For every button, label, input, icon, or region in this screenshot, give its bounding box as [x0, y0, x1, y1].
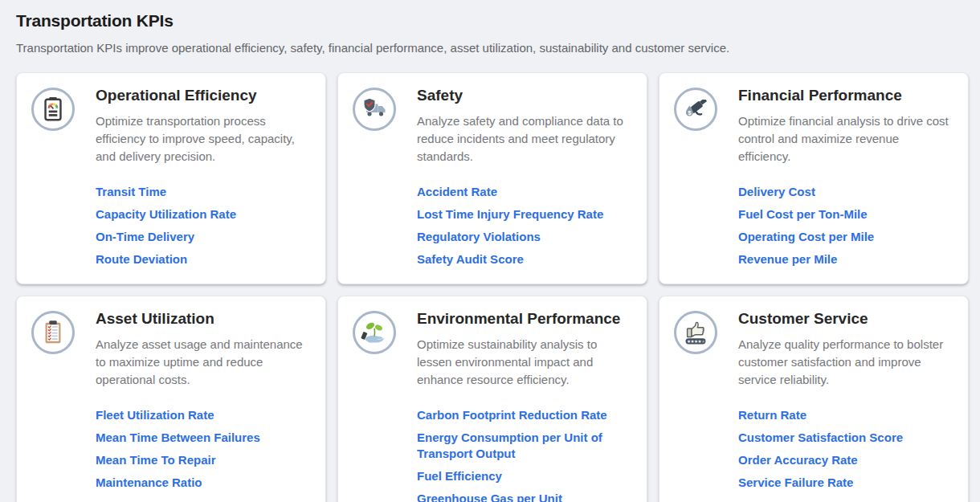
kpi-card: Safety Analyze safety and compliance dat…	[337, 72, 647, 284]
card-body: Asset Utilization Analyze asset usage an…	[96, 309, 309, 491]
svg-text:$: $	[688, 109, 692, 116]
kpi-link[interactable]: Transit Time	[96, 184, 309, 200]
card-description: Optimize financial analysis to drive cos…	[738, 112, 952, 165]
card-description: Optimize transportation process efficien…	[96, 112, 309, 165]
card-description: Analyze asset usage and maintenance to m…	[96, 336, 309, 389]
card-description: Optimize sustainability analysis to less…	[417, 336, 631, 389]
kpi-link[interactable]: Carbon Footprint Reduction Rate	[417, 407, 631, 423]
transportation-kpis-page: Transportation KPIs Transportation KPIs …	[0, 0, 980, 502]
kpi-card: ★ ★ ★ ★ ★ Customer Service Analyze quali…	[659, 296, 969, 502]
card-title: Environmental Performance	[417, 309, 631, 329]
kpi-link[interactable]: Greenhouse Gas per Unit	[417, 491, 631, 502]
shield-truck-icon	[360, 95, 389, 124]
card-body: Financial Performance Optimize financial…	[738, 86, 952, 267]
card-icon-circle: $	[674, 88, 717, 131]
svg-text:★: ★	[701, 339, 705, 344]
card-description: Analyze safety and compliance data to re…	[417, 112, 631, 165]
kpi-link[interactable]: Delivery Cost	[738, 184, 952, 200]
kpi-link[interactable]: Order Accuracy Rate	[738, 452, 952, 468]
page-title: Transportation KPIs	[16, 11, 969, 31]
kpi-link[interactable]: Mean Time Between Failures	[96, 430, 309, 446]
kpi-card: Asset Utilization Analyze asset usage an…	[16, 296, 326, 502]
kpi-link[interactable]: Return Rate	[738, 407, 952, 423]
kpi-link[interactable]: On-Time Delivery	[96, 229, 309, 245]
card-title: Operational Efficiency	[96, 86, 309, 105]
card-body: Environmental Performance Optimize susta…	[417, 309, 631, 502]
kpi-card: Operational Efficiency Optimize transpor…	[16, 72, 326, 284]
kpi-link[interactable]: Fuel Efficiency	[417, 468, 631, 484]
kpi-link[interactable]: Revenue per Mile	[738, 251, 952, 267]
kpi-link[interactable]: Regulatory Violations	[417, 229, 631, 245]
kpi-link[interactable]: Safety Audit Score	[417, 251, 631, 267]
kpi-link-list: Fleet Utilization RateMean Time Between …	[96, 407, 309, 491]
kpi-link[interactable]: Customer Satisfaction Score	[738, 430, 952, 446]
hand-plant-icon	[359, 317, 390, 348]
kpi-card-grid: Operational Efficiency Optimize transpor…	[16, 72, 969, 502]
card-body: Operational Efficiency Optimize transpor…	[96, 86, 309, 267]
page-subtitle: Transportation KPIs improve operational …	[16, 40, 969, 56]
thumbs-up-stars-icon: ★ ★ ★ ★ ★	[681, 318, 710, 347]
card-icon-circle	[31, 88, 75, 131]
card-body: Safety Analyze safety and compliance dat…	[417, 86, 631, 267]
card-title: Asset Utilization	[96, 309, 309, 329]
gauge-clipboard-icon	[39, 96, 67, 123]
card-title: Customer Service	[738, 309, 952, 329]
kpi-card: $ Financial Performance Optimize financi…	[659, 72, 969, 284]
kpi-link[interactable]: Fleet Utilization Rate	[96, 407, 309, 423]
kpi-link[interactable]: Route Deviation	[96, 251, 309, 267]
fuel-nozzle-dollar-icon: $	[681, 95, 710, 124]
kpi-link-list: Carbon Footprint Reduction RateEnergy Co…	[417, 407, 631, 502]
card-description: Analyze quality performance to bolster c…	[738, 336, 952, 389]
card-body: Customer Service Analyze quality perform…	[738, 309, 952, 491]
kpi-link[interactable]: Maintenance Ratio	[96, 475, 309, 491]
card-title: Safety	[417, 86, 631, 105]
kpi-link[interactable]: Energy Consumption per Unit of Transport…	[417, 430, 631, 462]
card-icon-circle	[31, 311, 75, 354]
kpi-link-list: Return RateCustomer Satisfaction ScoreOr…	[738, 407, 952, 491]
card-icon-circle: ★ ★ ★ ★ ★	[674, 311, 717, 354]
kpi-link[interactable]: Capacity Utilization Rate	[96, 206, 309, 222]
checklist-clipboard-icon	[39, 319, 67, 346]
kpi-link-list: Accident RateLost Time Injury Frequency …	[417, 184, 631, 267]
kpi-link-list: Transit TimeCapacity Utilization RateOn-…	[96, 184, 309, 267]
kpi-link-list: Delivery CostFuel Cost per Ton-MileOpera…	[738, 184, 952, 267]
kpi-link[interactable]: Service Failure Rate	[738, 475, 952, 491]
kpi-card: Environmental Performance Optimize susta…	[337, 296, 647, 502]
kpi-link[interactable]: Accident Rate	[417, 184, 631, 200]
kpi-link[interactable]: Fuel Cost per Ton-Mile	[738, 206, 952, 222]
kpi-link[interactable]: Operating Cost per Mile	[738, 229, 952, 245]
card-icon-circle	[353, 311, 396, 354]
card-icon-circle	[353, 88, 396, 131]
kpi-link[interactable]: Lost Time Injury Frequency Rate	[417, 206, 631, 222]
kpi-link[interactable]: Mean Time To Repair	[96, 452, 309, 468]
card-title: Financial Performance	[738, 86, 952, 105]
